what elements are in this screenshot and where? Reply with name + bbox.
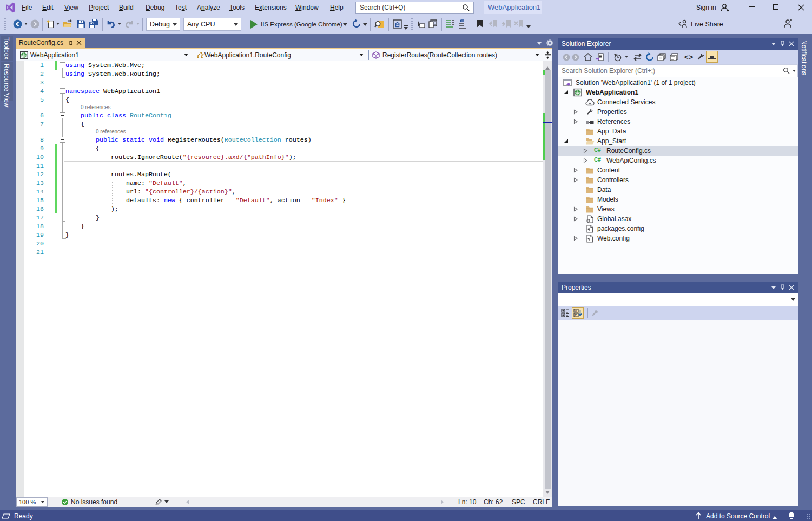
svg-text:A: A [575, 309, 577, 312]
svg-text:Z: Z [575, 313, 577, 317]
